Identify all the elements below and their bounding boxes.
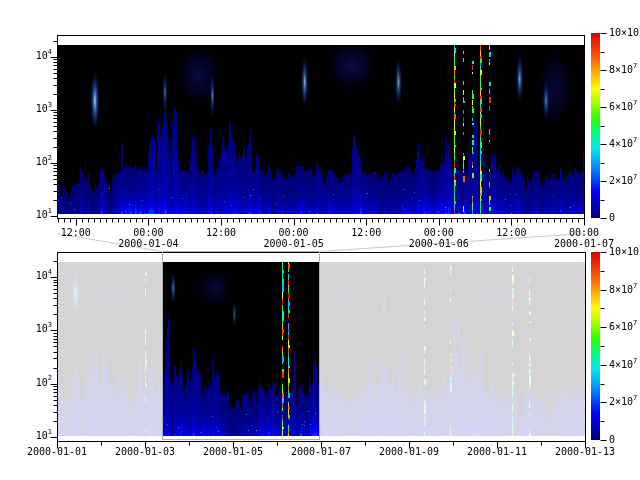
top-x-tick-label: 00:00: [569, 227, 599, 238]
colorbar-tick-label: 6×107: [609, 321, 637, 332]
top-x-tick-label: 12:00: [206, 227, 236, 238]
colorbar-tick-label: 8×107: [609, 64, 637, 75]
top-y-tick-label: 104: [16, 50, 52, 61]
colorbar-top: [591, 33, 600, 218]
top-x-date-label: 2000-01-05: [263, 238, 323, 249]
bottom-x-date-label: 2000-01-01: [27, 446, 87, 457]
colorbar-tick-label: 2×107: [609, 396, 637, 407]
top-x-tick-label: 00:00: [279, 227, 309, 238]
colorbar-tick-label: 10×107: [609, 246, 640, 257]
top-x-date-label: 2000-01-04: [118, 238, 178, 249]
colorbar-tick-label: 4×107: [609, 359, 637, 370]
selection-region[interactable]: [162, 251, 320, 440]
top-y-tick-label: 102: [16, 156, 52, 167]
bottom-y-tick-label: 103: [16, 323, 52, 334]
top-y-tick-label: 103: [16, 103, 52, 114]
bottom-x-date-label: 2000-01-05: [203, 446, 263, 457]
colorbar-tick-label: 0: [609, 434, 615, 445]
bottom-x-date-label: 2000-01-03: [115, 446, 175, 457]
bottom-y-tick-label: 104: [16, 270, 52, 281]
top-x-tick-label: 12:00: [61, 227, 91, 238]
bottom-x-date-label: 2000-01-11: [467, 446, 527, 457]
bottom-x-date-label: 2000-01-09: [379, 446, 439, 457]
colorbar-tick-label: 2×107: [609, 175, 637, 186]
colorbar-bottom: [591, 252, 600, 440]
colorbar-tick-label: 0: [609, 212, 615, 223]
context-spectrogram-plot[interactable]: [57, 252, 585, 441]
colorbar-tick-label: 10×107: [609, 27, 640, 38]
bottom-x-date-label: 2000-01-13: [555, 446, 615, 457]
bottom-x-date-label: 2000-01-07: [291, 446, 351, 457]
top-x-tick-label: 00:00: [424, 227, 454, 238]
top-x-date-label: 2000-01-06: [409, 238, 469, 249]
colorbar-tick-label: 4×107: [609, 138, 637, 149]
top-y-tick-label: 101: [16, 209, 52, 220]
bottom-y-tick-label: 102: [16, 377, 52, 388]
top-x-tick-label: 00:00: [133, 227, 163, 238]
top-x-date-label: 2000-01-07: [554, 238, 614, 249]
bottom-y-tick-label: 101: [16, 430, 52, 441]
colorbar-tick-label: 8×107: [609, 284, 637, 295]
top-x-tick-label: 12:00: [496, 227, 526, 238]
zoomed-spectrogram-plot[interactable]: [57, 35, 584, 218]
colorbar-tick-label: 6×107: [609, 101, 637, 112]
top-x-tick-label: 12:00: [351, 227, 381, 238]
spectrogram-viewer-window: 12:0000:002000-01-0412:0000:002000-01-05…: [0, 0, 640, 480]
